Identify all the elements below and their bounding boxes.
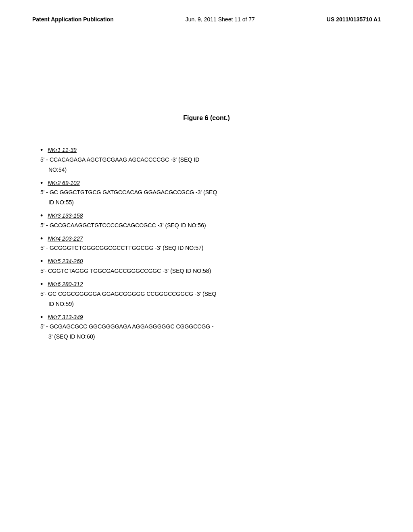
bullet-icon: • — [40, 179, 43, 188]
list-item: • NKr7 313-349 — [32, 313, 381, 322]
sequence-line: 5' - CCACAGAGA AGCTGCGAAG AGCACCCCGC -3'… — [40, 156, 381, 164]
content-area: • NKr1 11-39 5' - CCACAGAGA AGCTGCGAAG A… — [32, 146, 381, 341]
sequence-label: NKr5 234-260 — [48, 257, 83, 266]
list-item: • NKr5 234-260 — [32, 257, 381, 266]
sequence-continuation: ID NO:59) — [48, 300, 381, 308]
sequence-label: NKr1 11-39 — [48, 146, 77, 154]
list-item: • NKr4 203-227 — [32, 235, 381, 243]
page-header: Patent Application Publication Jun. 9, 2… — [32, 16, 381, 26]
publication-label: Patent Application Publication — [32, 16, 114, 23]
bullet-icon: • — [40, 257, 43, 266]
bullet-icon: • — [40, 235, 43, 243]
patent-number: US 2011/0135710 A1 — [327, 16, 381, 23]
sequence-continuation: NO:54) — [48, 166, 381, 174]
list-item: • NKr3 133-158 — [32, 212, 381, 220]
bullet-icon: • — [40, 212, 43, 220]
bullet-icon: • — [40, 280, 43, 289]
sequence-continuation: ID NO:55) — [48, 198, 381, 207]
sequence-label: NKr7 313-349 — [48, 313, 83, 322]
list-item: • NKr1 11-39 — [32, 146, 381, 155]
sequence-line: 5' - GCCGCAAGGCTGTCCCCGCAGCCGCC -3' (SEQ… — [40, 221, 381, 230]
sequence-label: NKr6 280-312 — [48, 280, 83, 289]
list-item: • NKr2 69-102 — [32, 179, 381, 188]
bullet-icon: • — [40, 146, 43, 155]
sequence-line: 5'- CGGTCTAGGG TGGCGAGCCGGGCCGGC -3' (SE… — [40, 267, 381, 275]
bullet-icon: • — [40, 313, 43, 322]
sequence-continuation: 3' (SEQ ID NO:60) — [48, 332, 381, 341]
sheet-info: Jun. 9, 2011 Sheet 11 of 77 — [186, 16, 255, 23]
page: Patent Application Publication Jun. 9, 2… — [0, 0, 413, 532]
sequence-label: NKr3 133-158 — [48, 212, 83, 220]
list-item: • NKr6 280-312 — [32, 280, 381, 289]
sequence-label: NKr4 203-227 — [48, 235, 83, 243]
sequence-line: 5'- GC CGGCGGGGGA GGAGCGGGGG CCGGGCCGGCG… — [40, 290, 381, 298]
sequence-label: NKr2 69-102 — [48, 179, 79, 187]
sequence-line: 5' - GCGAGCGCC GGCGGGGAGA AGGAGGGGGC CGG… — [40, 322, 381, 331]
sequence-line: 5' - GCGGGTCTGGGCGGCGCCTTGGCGG -3' (SEQ … — [40, 244, 381, 252]
sequence-line: 5' - GC GGGCTGTGCG GATGCCACAG GGAGACGCCG… — [40, 188, 381, 197]
figure-title: Figure 6 (cont.) — [32, 114, 381, 122]
